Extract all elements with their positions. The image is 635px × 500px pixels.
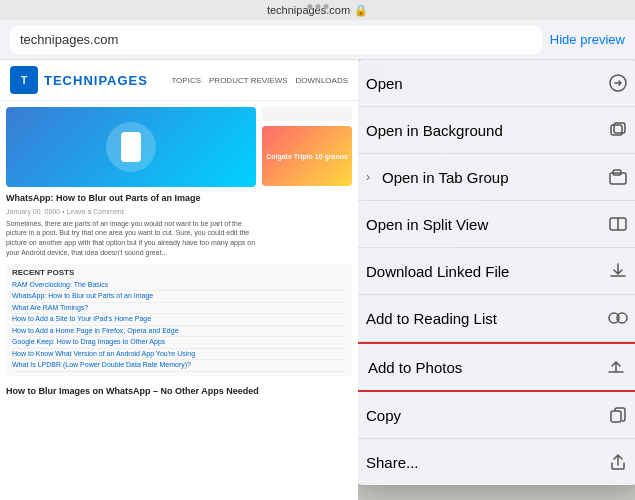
menu-item-add-photos[interactable]: Add to Photos bbox=[358, 342, 635, 392]
wp-left-column: WhatsApp: How to Blur out Parts of an Im… bbox=[6, 107, 256, 258]
wp-search-bar bbox=[262, 107, 352, 121]
wp-right-column: Colgate Triplo 10 granos bbox=[262, 107, 352, 258]
menu-item-copy[interactable]: Copy bbox=[358, 392, 635, 439]
menu-item-open-tab-group[interactable]: › Open in Tab Group bbox=[358, 154, 635, 201]
site-nav: TOPICS PRODUCT REVIEWS DOWNLOADS bbox=[171, 76, 348, 85]
phone-icon bbox=[121, 132, 141, 162]
share-icon bbox=[607, 451, 629, 473]
open-tab-group-icon bbox=[607, 166, 629, 188]
recent-post-8[interactable]: What Is LPDBR (Low Power Double Data Rat… bbox=[12, 360, 346, 372]
menu-item-open-background[interactable]: Open in Background bbox=[358, 107, 635, 154]
wp-advertisement: Colgate Triplo 10 granos bbox=[262, 126, 352, 186]
lock-icon: 🔒 bbox=[354, 4, 368, 17]
recent-post-6[interactable]: Google Keep: How to Drag Images to Other… bbox=[12, 337, 346, 349]
menu-label-open: Open bbox=[366, 75, 403, 92]
nav-downloads: DOWNLOADS bbox=[296, 76, 348, 85]
url-text: technipages.com bbox=[20, 32, 118, 47]
ad-text: Colgate Triplo 10 granos bbox=[266, 153, 348, 160]
menu-label-open-split-view: Open in Split View bbox=[366, 216, 488, 233]
bottom-article: How to Blur Images on WhatsApp – No Othe… bbox=[0, 382, 358, 405]
main-area: T TECHNIPAGES TOPICS PRODUCT REVIEWS DOW… bbox=[0, 60, 635, 500]
logo-box: T bbox=[10, 66, 38, 94]
nav-topics: TOPICS bbox=[171, 76, 201, 85]
chevron-icon: › bbox=[366, 170, 370, 184]
recent-post-4[interactable]: How to Add a Site to Your iPad's Home Pa… bbox=[12, 314, 346, 326]
menu-item-open-split-view[interactable]: Open in Split View bbox=[358, 201, 635, 248]
menu-label-share: Share... bbox=[366, 454, 419, 471]
recent-post-3[interactable]: What Are RAM Timings? bbox=[12, 303, 346, 315]
menu-item-download[interactable]: Download Linked File bbox=[358, 248, 635, 295]
recent-post-5[interactable]: How to Add a Home Page in Firefox, Opera… bbox=[12, 326, 346, 338]
recent-post-1[interactable]: RAM Overclocking: The Basics bbox=[12, 280, 346, 292]
open-background-icon bbox=[607, 119, 629, 141]
status-bar: technipages.com 🔒 bbox=[0, 0, 635, 20]
menu-item-reading-list[interactable]: Add to Reading List bbox=[358, 295, 635, 342]
recent-post-7[interactable]: How to Know What Version of an Android A… bbox=[12, 349, 346, 361]
bottom-article-title: How to Blur Images on WhatsApp – No Othe… bbox=[6, 386, 352, 398]
menu-item-share[interactable]: Share... bbox=[358, 439, 635, 485]
article-body: Sometimes, there are parts of an image y… bbox=[6, 219, 256, 258]
webpage-header: T TECHNIPAGES TOPICS PRODUCT REVIEWS DOW… bbox=[0, 60, 358, 101]
recent-post-2[interactable]: WhatsApp: How to Blur out Parts of an Im… bbox=[12, 291, 346, 303]
download-icon bbox=[607, 260, 629, 282]
recent-posts: RECENT POSTS RAM Overclocking: The Basic… bbox=[6, 264, 352, 376]
webpage-preview: T TECHNIPAGES TOPICS PRODUCT REVIEWS DOW… bbox=[0, 60, 358, 500]
article-image bbox=[6, 107, 256, 187]
menu-label-open-tab-group: Open in Tab Group bbox=[382, 169, 508, 186]
logo-text: TECHNIPAGES bbox=[44, 73, 148, 88]
copy-icon bbox=[607, 404, 629, 426]
open-icon bbox=[607, 72, 629, 94]
context-menu: Open Open in Background bbox=[358, 60, 635, 485]
browser-toolbar: technipages.com Hide preview bbox=[0, 20, 635, 60]
url-bar[interactable]: technipages.com bbox=[10, 26, 542, 54]
webpage-content: WhatsApp: How to Blur out Parts of an Im… bbox=[0, 101, 358, 264]
site-logo: T TECHNIPAGES bbox=[10, 66, 148, 94]
menu-label-download: Download Linked File bbox=[366, 263, 509, 280]
open-split-view-icon bbox=[607, 213, 629, 235]
recent-posts-title: RECENT POSTS bbox=[12, 268, 346, 277]
logo-initial: T bbox=[21, 75, 27, 86]
nav-reviews: PRODUCT REVIEWS bbox=[209, 76, 288, 85]
hide-preview-button[interactable]: Hide preview bbox=[550, 32, 625, 47]
add-photos-icon bbox=[605, 356, 627, 378]
article-meta: January 00, 0000 • Leave a Comment bbox=[6, 208, 256, 215]
menu-label-reading-list: Add to Reading List bbox=[366, 310, 497, 327]
menu-label-copy: Copy bbox=[366, 407, 401, 424]
svg-rect-7 bbox=[611, 411, 621, 422]
article-title: WhatsApp: How to Blur out Parts of an Im… bbox=[6, 193, 256, 205]
reading-list-icon bbox=[607, 307, 629, 329]
menu-label-open-background: Open in Background bbox=[366, 122, 503, 139]
right-side: 2022 cking w to M Tim Site Hom Other App… bbox=[358, 60, 635, 500]
menu-label-add-photos: Add to Photos bbox=[368, 359, 462, 376]
menu-item-open[interactable]: Open bbox=[358, 60, 635, 107]
